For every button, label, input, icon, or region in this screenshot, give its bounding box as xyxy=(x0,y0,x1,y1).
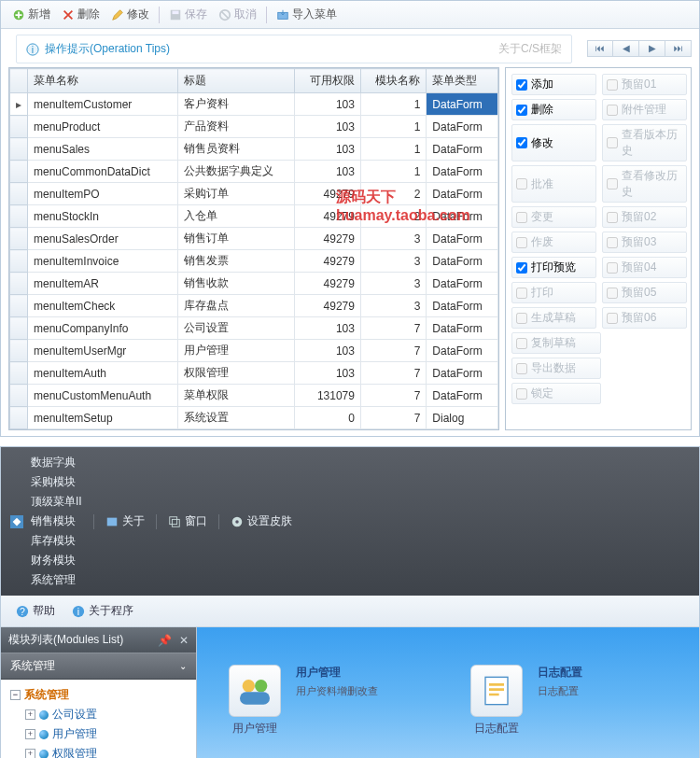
cell-type[interactable]: DataForm xyxy=(427,385,498,407)
table-row[interactable]: menuItemSetup 系统设置 0 7 Dialog xyxy=(10,407,498,429)
cell-module[interactable]: 7 xyxy=(360,362,426,385)
cell-type[interactable]: DataForm xyxy=(427,138,498,161)
menu-item[interactable]: 采购模块 xyxy=(25,472,88,492)
cell-perm[interactable]: 49279 xyxy=(295,228,360,250)
module-tile[interactable]: 日志配置 日志配置 日志配置 xyxy=(467,665,680,737)
cell-name[interactable]: menuCommonDataDict xyxy=(28,161,178,183)
menu-about[interactable]: 关于 xyxy=(100,512,150,531)
cell-module[interactable]: 7 xyxy=(360,317,426,340)
cell-title[interactable]: 库存盘点 xyxy=(177,295,295,317)
table-row[interactable]: menuCustomMenuAuth 菜单权限 131079 7 DataFor… xyxy=(10,385,498,407)
save-button[interactable]: 保存 xyxy=(165,5,211,24)
table-row[interactable]: menuCompanyInfo 公司设置 103 7 DataForm xyxy=(10,317,498,340)
cell-perm[interactable]: 103 xyxy=(295,93,360,116)
cell-module[interactable]: 7 xyxy=(360,385,426,407)
table-row[interactable]: menuItemCheck 库存盘点 49279 3 DataForm xyxy=(10,295,498,317)
help-button[interactable]: ?帮助 xyxy=(10,601,61,621)
module-tile[interactable]: 用户管理 用户管理 用户资料增删改查 xyxy=(225,665,439,737)
cell-name[interactable]: menuItemUserMgr xyxy=(28,340,178,362)
cell-module[interactable]: 3 xyxy=(360,250,426,273)
tree-item[interactable]: +用户管理 xyxy=(23,724,192,744)
collapse-icon[interactable]: − xyxy=(10,690,21,700)
table-row[interactable]: menuSales 销售员资料 103 1 DataForm xyxy=(10,138,498,161)
expand-icon[interactable]: + xyxy=(25,709,35,720)
perm-check[interactable]: 修改 xyxy=(511,124,596,161)
checkbox[interactable] xyxy=(516,262,527,274)
cell-module[interactable]: 3 xyxy=(360,228,426,250)
perm-check[interactable]: 添加 xyxy=(511,74,596,95)
cell-type[interactable]: DataForm xyxy=(427,295,498,317)
nav-next[interactable]: ▶ xyxy=(639,40,665,57)
menu-grid[interactable]: 菜单名称 标题 可用权限 模块名称 菜单类型 ▸ menuItemCustome… xyxy=(8,67,499,430)
cell-type[interactable]: DataForm xyxy=(427,228,498,250)
table-row[interactable]: menuStockIn 入仓单 49279 2 DataForm xyxy=(10,205,498,228)
cell-module[interactable]: 7 xyxy=(360,407,426,429)
menu-skin[interactable]: 设置皮肤 xyxy=(225,512,298,531)
col-type[interactable]: 菜单类型 xyxy=(427,69,498,93)
table-row[interactable]: menuItemAR 销售收款 49279 3 DataForm xyxy=(10,273,498,295)
cell-perm[interactable]: 103 xyxy=(295,138,360,161)
table-row[interactable]: menuItemAuth 权限管理 103 7 DataForm xyxy=(10,362,498,385)
cell-title[interactable]: 销售发票 xyxy=(177,250,295,273)
nav-prev[interactable]: ◀ xyxy=(613,40,639,57)
import-button[interactable]: 导入菜单 xyxy=(273,5,341,24)
add-button[interactable]: 新增 xyxy=(8,5,54,24)
cell-name[interactable]: menuItemSetup xyxy=(28,407,178,429)
tree-item[interactable]: +权限管理 xyxy=(23,744,192,758)
table-row[interactable]: menuSalesOrder 销售订单 49279 3 DataForm xyxy=(10,228,498,250)
cell-type[interactable]: DataForm xyxy=(427,205,498,228)
cell-name[interactable]: menuItemPO xyxy=(28,183,178,205)
checkbox[interactable] xyxy=(516,79,527,91)
cell-title[interactable]: 采购订单 xyxy=(177,183,295,205)
cell-type[interactable]: DataForm xyxy=(427,161,498,183)
cell-module[interactable]: 1 xyxy=(360,93,426,116)
cell-title[interactable]: 系统设置 xyxy=(177,407,295,429)
perm-check[interactable]: 打印预览 xyxy=(511,257,596,278)
table-row[interactable]: menuItemUserMgr 用户管理 103 7 DataForm xyxy=(10,340,498,362)
cell-type[interactable]: DataForm xyxy=(427,362,498,385)
col-title[interactable]: 标题 xyxy=(177,69,295,93)
cell-perm[interactable]: 0 xyxy=(295,407,360,429)
cell-module[interactable]: 1 xyxy=(360,116,426,138)
cell-type[interactable]: DataForm xyxy=(427,317,498,340)
cell-perm[interactable]: 103 xyxy=(295,317,360,340)
menu-item[interactable]: 顶级菜单II xyxy=(25,492,88,512)
cell-module[interactable]: 2 xyxy=(360,183,426,205)
tile-icon[interactable]: 日志配置 xyxy=(467,665,526,737)
cell-module[interactable]: 3 xyxy=(360,295,426,317)
cell-name[interactable]: menuCustomMenuAuth xyxy=(28,385,178,407)
cell-perm[interactable]: 49279 xyxy=(295,295,360,317)
accordion-sysmgr[interactable]: 系统管理⌄ xyxy=(1,653,196,680)
cell-name[interactable]: menuItemCheck xyxy=(28,295,178,317)
pin-icon[interactable]: 📌 xyxy=(158,634,172,647)
table-row[interactable]: ▸ menuItemCustomer 客户资料 103 1 DataForm xyxy=(10,93,498,116)
about-link[interactable]: 关于C/S框架 xyxy=(498,41,562,57)
checkbox[interactable] xyxy=(516,137,527,148)
cell-name[interactable]: menuCompanyInfo xyxy=(28,317,178,340)
cell-perm[interactable]: 131079 xyxy=(295,385,360,407)
expand-icon[interactable]: + xyxy=(25,749,35,758)
cell-name[interactable]: menuItemAR xyxy=(28,273,178,295)
cell-module[interactable]: 7 xyxy=(360,340,426,362)
table-row[interactable]: menuItemInvoice 销售发票 49279 3 DataForm xyxy=(10,250,498,273)
cell-module[interactable]: 3 xyxy=(360,273,426,295)
cell-title[interactable]: 菜单权限 xyxy=(177,385,295,407)
cell-name[interactable]: menuSalesOrder xyxy=(28,228,178,250)
cell-name[interactable]: menuSales xyxy=(28,138,178,161)
cell-title[interactable]: 公共数据字典定义 xyxy=(177,161,295,183)
cell-perm[interactable]: 103 xyxy=(295,340,360,362)
close-icon[interactable]: ✕ xyxy=(179,634,189,647)
cell-perm[interactable]: 103 xyxy=(295,362,360,385)
cell-name[interactable]: menuProduct xyxy=(28,116,178,138)
about-button[interactable]: i关于程序 xyxy=(66,601,139,621)
cell-type[interactable]: DataForm xyxy=(427,273,498,295)
cell-title[interactable]: 产品资料 xyxy=(177,116,295,138)
menu-item[interactable]: 系统管理 xyxy=(25,570,88,590)
tree-root[interactable]: −系统管理 xyxy=(8,685,192,705)
table-row[interactable]: menuCommonDataDict 公共数据字典定义 103 1 DataFo… xyxy=(10,161,498,183)
cell-name[interactable]: menuItemAuth xyxy=(28,362,178,385)
cell-type[interactable]: DataForm xyxy=(427,250,498,273)
table-row[interactable]: menuProduct 产品资料 103 1 DataForm xyxy=(10,116,498,138)
cell-perm[interactable]: 49279 xyxy=(295,250,360,273)
cell-title[interactable]: 客户资料 xyxy=(177,93,295,116)
